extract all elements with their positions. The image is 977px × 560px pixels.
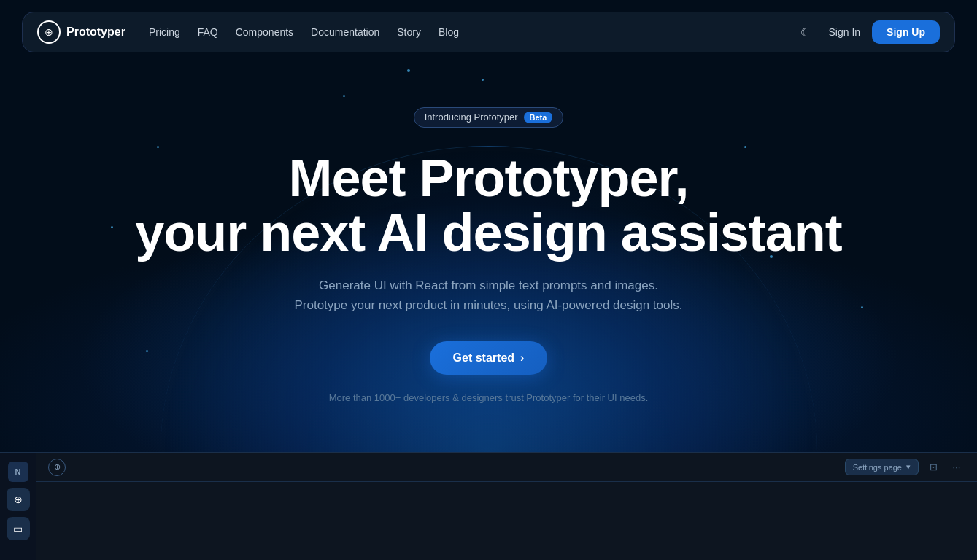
hero-subtitle: Generate UI with React from simple text … (294, 276, 682, 315)
decoration-dot (157, 146, 159, 148)
settings-dropdown-label: Settings page (853, 463, 902, 472)
logo[interactable]: ⊕ Prototyper (37, 20, 125, 44)
nav-link-faq[interactable]: FAQ (198, 26, 218, 38)
nav-link-documentation[interactable]: Documentation (311, 26, 379, 38)
user-avatar[interactable]: N (8, 462, 28, 482)
nav-link-pricing[interactable]: Pricing (149, 26, 180, 38)
preview-topbar: ⊕ Settings page ▾ ⊡ ··· (36, 453, 977, 482)
decoration-dot (407, 69, 410, 72)
logo-text: Prototyper (66, 26, 125, 39)
app-preview-bar: N ⊕ ▭ ⊕ Settings page ▾ ⊡ ··· (0, 452, 977, 560)
badge-pill: Beta (524, 112, 553, 123)
sidebar-layers-icon[interactable]: ▭ (7, 517, 30, 540)
nav-link-blog[interactable]: Blog (439, 26, 459, 38)
settings-dropdown[interactable]: Settings page ▾ (845, 459, 919, 475)
nav-link-story[interactable]: Story (397, 26, 421, 38)
chevron-down-icon: ▾ (906, 462, 911, 472)
decoration-dot (744, 146, 746, 148)
get-started-button[interactable]: Get started › (430, 341, 548, 375)
beta-badge[interactable]: Introducing Prototyper Beta (414, 107, 564, 128)
download-icon[interactable]: ⊡ (924, 459, 942, 476)
nav-links: Pricing FAQ Components Documentation Sto… (149, 26, 794, 38)
cta-arrow-icon: › (520, 351, 524, 365)
nav-right: ☾ Sign In Sign Up (794, 20, 940, 44)
navbar: ⊕ Prototyper Pricing FAQ Components Docu… (22, 12, 955, 52)
theme-toggle-button[interactable]: ☾ (794, 20, 817, 44)
decoration-dot (111, 226, 113, 228)
trust-text: More than 1000+ developers & designers t… (329, 392, 649, 403)
preview-topbar-right: Settings page ▾ ⊡ ··· (845, 459, 965, 476)
decoration-dot (146, 350, 148, 352)
decoration-dot (482, 79, 484, 81)
more-options-icon[interactable]: ··· (948, 459, 965, 476)
cta-label: Get started (453, 351, 514, 365)
badge-text: Introducing Prototyper (425, 112, 518, 122)
hero-title: Meet Prototyper, your next AI design ass… (135, 151, 842, 261)
preview-sidebar: N ⊕ ▭ (0, 453, 36, 560)
decoration-dot (343, 95, 345, 97)
sign-in-button[interactable]: Sign In (829, 26, 861, 38)
sidebar-add-icon[interactable]: ⊕ (7, 488, 30, 511)
sign-up-button[interactable]: Sign Up (872, 20, 940, 44)
decoration-dot (861, 306, 863, 308)
logo-icon: ⊕ (37, 20, 61, 44)
preview-main: ⊕ Settings page ▾ ⊡ ··· (36, 453, 977, 560)
hero-section: Introducing Prototyper Beta Meet Prototy… (0, 0, 977, 452)
preview-logo-icon: ⊕ (48, 459, 66, 476)
nav-link-components[interactable]: Components (236, 26, 293, 38)
